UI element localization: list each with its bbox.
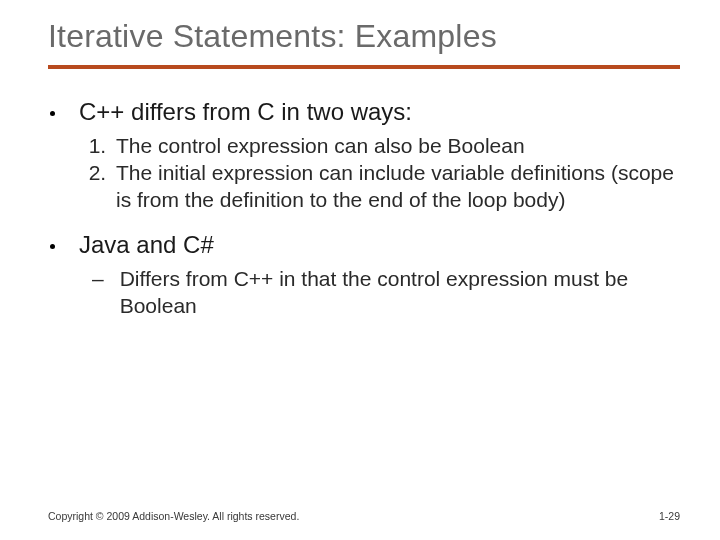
slide-title: Iterative Statements: Examples	[48, 18, 680, 55]
dash-item: – Differs from C++ in that the control e…	[92, 266, 680, 320]
copyright-text: Copyright © 2009 Addison-Wesley. All rig…	[48, 510, 299, 522]
bullet-head: Java and C#	[79, 230, 214, 260]
title-rule	[48, 65, 680, 69]
numbered-item-text: The control expression can also be Boole…	[116, 134, 525, 157]
numbered-item: The control expression can also be Boole…	[112, 133, 680, 160]
dash-item-text: Differs from C++ in that the control exp…	[120, 266, 680, 320]
numbered-item-text: The initial expression can include varia…	[116, 161, 674, 211]
footer: Copyright © 2009 Addison-Wesley. All rig…	[48, 510, 680, 522]
bullet-item: Java and C#	[48, 230, 680, 260]
bullet-item: C++ differs from C in two ways:	[48, 97, 680, 127]
page-number: 1-29	[659, 510, 680, 522]
dash-icon: –	[92, 266, 104, 293]
numbered-item: The initial expression can include varia…	[112, 160, 680, 214]
bullet-list: C++ differs from C in two ways: The cont…	[48, 97, 680, 319]
bullet-dot-icon	[50, 111, 55, 116]
bullet-head: C++ differs from C in two ways:	[79, 97, 412, 127]
bullet-dot-icon	[50, 244, 55, 249]
slide: Iterative Statements: Examples C++ diffe…	[0, 0, 720, 540]
numbered-sublist: The control expression can also be Boole…	[112, 133, 680, 214]
dash-sublist: – Differs from C++ in that the control e…	[92, 266, 680, 320]
